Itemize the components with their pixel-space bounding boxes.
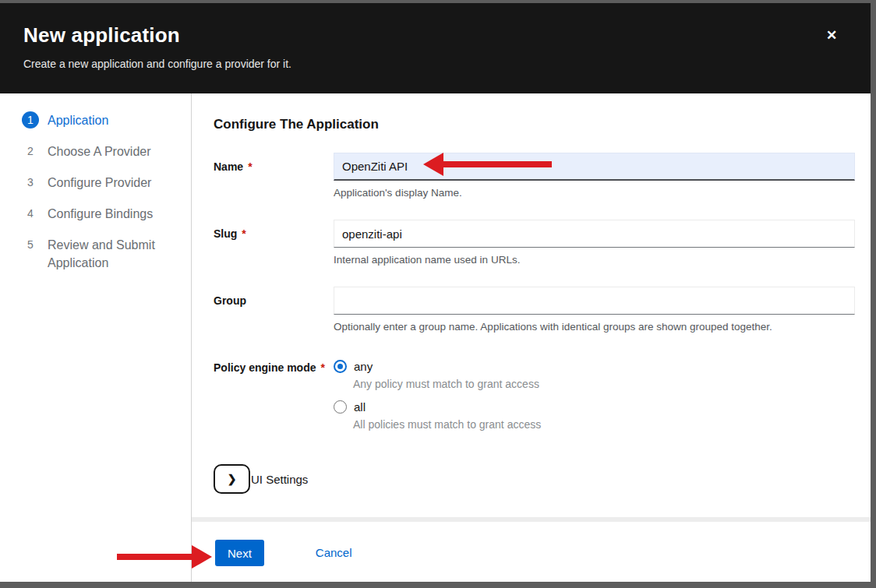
policy-engine-mode-row: Policy engine mode* any Any policy must … bbox=[214, 354, 855, 441]
name-field[interactable] bbox=[334, 153, 855, 181]
page-title: Configure The Application bbox=[214, 117, 855, 132]
name-helper-text: Application's display Name. bbox=[334, 186, 855, 199]
required-indicator: * bbox=[320, 361, 324, 374]
step-number: 2 bbox=[22, 143, 39, 160]
policy-engine-mode-label: Policy engine mode* bbox=[214, 354, 334, 441]
page-backdrop: New application Create a new application… bbox=[0, 0, 876, 588]
chevron-right-icon: ❯ bbox=[228, 474, 237, 484]
radio-all[interactable]: all bbox=[334, 400, 855, 414]
radio-button-icon bbox=[334, 360, 347, 373]
step-label: Configure Provider bbox=[48, 174, 151, 192]
radio-any-description: Any policy must match to grant access bbox=[353, 378, 855, 391]
step-label: Review and Submit Application bbox=[48, 236, 164, 272]
slug-field-row: Slug* Internal application name used in … bbox=[214, 220, 855, 266]
modal-body: 1 Application 2 Choose A Provider 3 Conf… bbox=[0, 93, 871, 582]
modal-subtitle: Create a new application and configure a… bbox=[23, 57, 847, 71]
radio-button-icon bbox=[334, 400, 347, 414]
content-column: Configure The Application Name* Applicat… bbox=[192, 93, 871, 582]
step-number: 1 bbox=[22, 111, 39, 129]
application-form: Configure The Application Name* Applicat… bbox=[192, 93, 871, 517]
next-button[interactable]: Next bbox=[215, 540, 264, 566]
step-number: 3 bbox=[22, 174, 39, 191]
close-icon[interactable]: ✕ bbox=[822, 26, 841, 45]
step-label: Application bbox=[48, 111, 108, 129]
wizard-step-configure-provider[interactable]: 3 Configure Provider bbox=[0, 174, 191, 192]
wizard-step-configure-bindings[interactable]: 4 Configure Bindings bbox=[0, 205, 191, 223]
modal-header: New application Create a new application… bbox=[0, 3, 871, 93]
slug-field[interactable] bbox=[334, 220, 855, 248]
slug-label: Slug* bbox=[214, 220, 334, 266]
policy-engine-mode-options: any Any policy must match to grant acces… bbox=[334, 354, 855, 441]
wizard-step-review-submit[interactable]: 5 Review and Submit Application bbox=[0, 236, 191, 272]
slug-helper-text: Internal application name used in URLs. bbox=[334, 253, 855, 266]
radio-all-description: All policies must match to grant access bbox=[353, 418, 855, 431]
ui-settings-expand-button[interactable]: ❯ bbox=[214, 464, 250, 494]
step-number: 4 bbox=[22, 205, 39, 222]
new-application-modal: New application Create a new application… bbox=[0, 3, 871, 582]
cancel-link[interactable]: Cancel bbox=[316, 540, 352, 566]
required-indicator: * bbox=[248, 160, 252, 173]
ui-settings-section: ❯ UI Settings bbox=[214, 464, 855, 494]
modal-title: New application bbox=[23, 22, 847, 48]
ui-settings-label: UI Settings bbox=[251, 473, 308, 486]
wizard-step-nav: 1 Application 2 Choose A Provider 3 Conf… bbox=[0, 93, 192, 582]
name-field-row: Name* Application's display Name. bbox=[214, 153, 855, 199]
step-number: 5 bbox=[22, 236, 39, 253]
wizard-step-choose-provider[interactable]: 2 Choose A Provider bbox=[0, 143, 191, 160]
group-field[interactable] bbox=[334, 287, 855, 315]
name-label: Name* bbox=[214, 153, 334, 199]
radio-any[interactable]: any bbox=[334, 360, 855, 373]
step-label: Choose A Provider bbox=[48, 143, 151, 160]
wizard-step-application[interactable]: 1 Application bbox=[0, 111, 191, 129]
step-label: Configure Bindings bbox=[48, 205, 153, 223]
group-label: Group bbox=[214, 287, 334, 333]
group-helper-text: Optionally enter a group name. Applicati… bbox=[334, 320, 855, 333]
modal-footer: Next Cancel bbox=[192, 522, 871, 582]
required-indicator: * bbox=[242, 227, 245, 240]
group-field-row: Group Optionally enter a group name. App… bbox=[214, 287, 855, 333]
